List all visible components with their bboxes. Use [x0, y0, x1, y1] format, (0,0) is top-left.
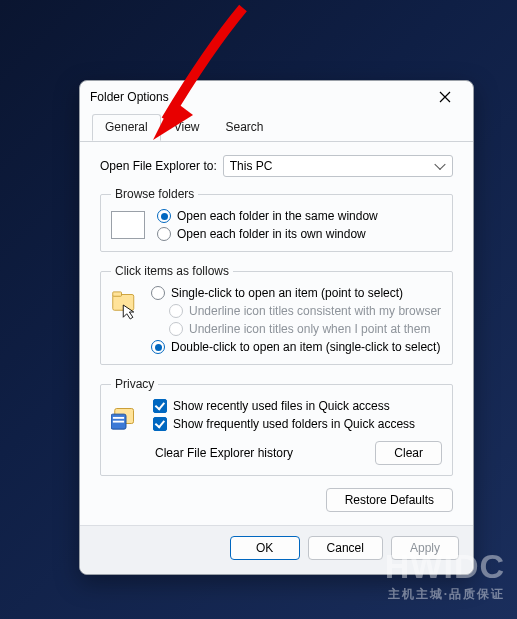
- checkbox-recent-files[interactable]: [153, 399, 167, 413]
- svg-rect-5: [113, 421, 124, 423]
- svg-rect-1: [113, 292, 122, 296]
- privacy-group: Privacy Show recently used files in Quic…: [100, 377, 453, 476]
- checkbox-frequent-folders[interactable]: [153, 417, 167, 431]
- titlebar: Folder Options: [80, 81, 473, 113]
- browse-folders-legend: Browse folders: [111, 187, 198, 201]
- tab-view[interactable]: View: [161, 114, 213, 141]
- folder-click-icon: [111, 288, 139, 322]
- cancel-button[interactable]: Cancel: [308, 536, 383, 560]
- radio-underline-browser: [169, 304, 183, 318]
- open-explorer-value: This PC: [230, 159, 273, 173]
- open-explorer-dropdown[interactable]: This PC: [223, 155, 453, 177]
- ok-button[interactable]: OK: [230, 536, 300, 560]
- close-button[interactable]: [427, 83, 463, 111]
- privacy-icon: [111, 401, 141, 431]
- tab-search[interactable]: Search: [213, 114, 277, 141]
- folder-options-dialog: Folder Options General View Search Open …: [79, 80, 474, 575]
- privacy-legend: Privacy: [111, 377, 158, 391]
- apply-button[interactable]: Apply: [391, 536, 459, 560]
- restore-defaults-button[interactable]: Restore Defaults: [326, 488, 453, 512]
- clear-history-label: Clear File Explorer history: [155, 446, 375, 460]
- radio-same-window[interactable]: [157, 209, 171, 223]
- browse-folder-icon: [111, 211, 145, 239]
- radio-underline-hover: [169, 322, 183, 336]
- radio-double-click[interactable]: [151, 340, 165, 354]
- tab-general[interactable]: General: [92, 114, 161, 141]
- radio-own-window[interactable]: [157, 227, 171, 241]
- click-items-group: Click items as follows Single-click to o…: [100, 264, 453, 365]
- clear-button[interactable]: Clear: [375, 441, 442, 465]
- browse-folders-group: Browse folders Open each folder in the s…: [100, 187, 453, 252]
- tab-strip: General View Search: [80, 114, 473, 142]
- open-explorer-label: Open File Explorer to:: [100, 159, 217, 173]
- dialog-footer: OK Cancel Apply: [80, 525, 473, 574]
- click-items-legend: Click items as follows: [111, 264, 233, 278]
- window-title: Folder Options: [90, 90, 169, 104]
- tab-content-general: Open File Explorer to: This PC Browse fo…: [80, 141, 473, 525]
- radio-single-click[interactable]: [151, 286, 165, 300]
- close-icon: [439, 91, 451, 103]
- svg-rect-4: [113, 417, 124, 419]
